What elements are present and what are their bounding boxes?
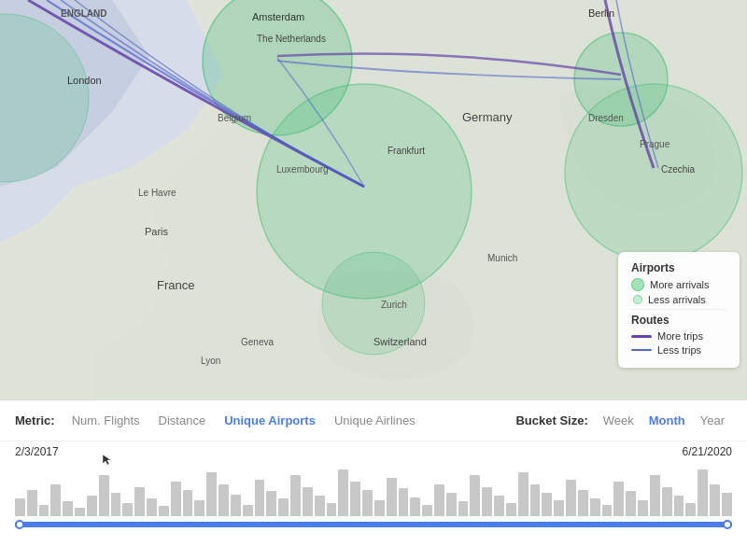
- date-range: 2/3/2017 6/21/2020: [0, 441, 747, 462]
- slider-left-handle[interactable]: [15, 520, 24, 529]
- histogram-bar: [290, 475, 301, 516]
- slider-right-handle[interactable]: [723, 520, 732, 529]
- svg-text:Le Havre: Le Havre: [138, 188, 176, 198]
- histogram-bar: [27, 490, 37, 516]
- metric-unique-airlines[interactable]: Unique Airlines: [325, 410, 425, 431]
- svg-text:Czechia: Czechia: [661, 164, 696, 175]
- metric-bar: Metric: Num. Flights Distance Unique Air…: [0, 400, 747, 441]
- histogram-bar: [482, 487, 492, 516]
- histogram-container: [0, 462, 747, 516]
- histogram-bar: [578, 490, 588, 516]
- histogram-bar: [338, 469, 348, 516]
- histogram-bar: [650, 475, 660, 516]
- histogram-bar: [159, 506, 169, 516]
- svg-text:Prague: Prague: [640, 139, 670, 149]
- svg-text:The Netherlands: The Netherlands: [257, 34, 326, 44]
- histogram-bar: [530, 484, 541, 516]
- histogram-bar: [87, 496, 97, 516]
- bucket-month[interactable]: Month: [641, 410, 693, 431]
- legend-routes-title: Routes: [631, 314, 726, 327]
- svg-text:London: London: [67, 75, 102, 86]
- histogram-bar: [662, 487, 672, 516]
- svg-text:ENGLAND: ENGLAND: [61, 8, 106, 19]
- bucket-year[interactable]: Year: [693, 410, 732, 431]
- histogram-bar: [374, 500, 385, 516]
- map-container[interactable]: ENGLAND London Amsterdam The Netherlands…: [0, 0, 747, 401]
- histogram-bar: [602, 505, 613, 517]
- slider-container[interactable]: [0, 516, 747, 527]
- histogram-bar: [39, 505, 49, 517]
- svg-text:Amsterdam: Amsterdam: [252, 11, 304, 22]
- bottom-panel: Metric: Num. Flights Distance Unique Air…: [0, 399, 747, 560]
- histogram-bar: [350, 482, 360, 517]
- histogram-bar: [99, 475, 109, 516]
- legend-less-arrivals: Less arrivals: [631, 294, 726, 305]
- histogram-bar: [255, 480, 265, 516]
- svg-text:Luxembourg: Luxembourg: [276, 164, 329, 175]
- svg-text:Dresden: Dresden: [588, 113, 624, 123]
- histogram-bar: [194, 500, 204, 516]
- more-arrivals-icon: [631, 278, 644, 291]
- histogram-bar: [590, 498, 600, 516]
- histogram-bar: [218, 484, 229, 516]
- histogram-bar: [399, 488, 409, 516]
- svg-text:Munich: Munich: [487, 253, 517, 263]
- histogram-bar: [278, 498, 289, 516]
- metric-num-flights[interactable]: Num. Flights: [63, 410, 149, 431]
- date-end: 6/21/2020: [683, 445, 732, 458]
- histogram-bar: [111, 493, 121, 516]
- svg-text:France: France: [157, 278, 194, 292]
- histogram-bar: [183, 490, 193, 516]
- histogram-bar: [122, 503, 133, 516]
- legend: Airports More arrivals Less arrivals Rou…: [618, 252, 740, 368]
- metric-label: Metric:: [15, 413, 55, 427]
- histogram-bar: [315, 496, 325, 516]
- less-trips-icon: [631, 349, 652, 351]
- histogram-bar: [303, 487, 313, 516]
- histogram-bar: [134, 487, 145, 516]
- svg-text:Zurich: Zurich: [381, 300, 407, 310]
- histogram-bar: [710, 484, 720, 516]
- svg-text:Berlin: Berlin: [588, 7, 614, 19]
- histogram-bar: [362, 490, 373, 516]
- histogram-bar: [458, 501, 469, 516]
- histogram-bar: [494, 496, 504, 516]
- svg-text:Frankfurt: Frankfurt: [388, 146, 425, 156]
- histogram-bar: [626, 491, 636, 516]
- svg-text:Paris: Paris: [145, 226, 169, 237]
- bucket-week[interactable]: Week: [596, 410, 641, 431]
- legend-more-trips: More trips: [631, 330, 726, 342]
- legend-less-trips: Less trips: [631, 344, 726, 356]
- histogram-bar: [613, 482, 624, 517]
- histogram-bar: [685, 503, 696, 516]
- svg-text:Switzerland: Switzerland: [374, 336, 427, 347]
- histogram-bar: [410, 497, 420, 516]
- metric-unique-airports[interactable]: Unique Airports: [215, 410, 325, 431]
- svg-text:Geneva: Geneva: [241, 337, 274, 347]
- histogram-bar: [266, 491, 276, 516]
- histogram-bar: [674, 496, 684, 516]
- histogram-bar: [542, 493, 552, 516]
- histogram-bar: [722, 493, 732, 516]
- histogram-bar: [231, 495, 241, 516]
- histogram-bar: [171, 482, 181, 517]
- slider-track[interactable]: [15, 522, 732, 527]
- histogram-bar: [446, 493, 457, 516]
- legend-airports-title: Airports: [631, 261, 726, 274]
- histogram-bar: [554, 500, 564, 516]
- svg-text:Germany: Germany: [462, 110, 513, 124]
- legend-more-arrivals: More arrivals: [631, 278, 726, 291]
- metric-distance[interactable]: Distance: [149, 410, 216, 431]
- svg-text:Lyon: Lyon: [201, 356, 220, 366]
- date-start: 2/3/2017: [15, 445, 59, 458]
- histogram-bar: [698, 469, 708, 516]
- histogram-bar: [422, 505, 432, 517]
- svg-text:Belgium: Belgium: [218, 113, 251, 123]
- histogram-bar: [50, 484, 61, 516]
- histogram-bar: [434, 484, 444, 516]
- histogram-bar: [506, 503, 516, 516]
- histogram-bar: [518, 472, 529, 516]
- histogram-bar: [387, 478, 397, 516]
- histogram-bar: [566, 480, 576, 516]
- histogram-bar: [243, 505, 253, 517]
